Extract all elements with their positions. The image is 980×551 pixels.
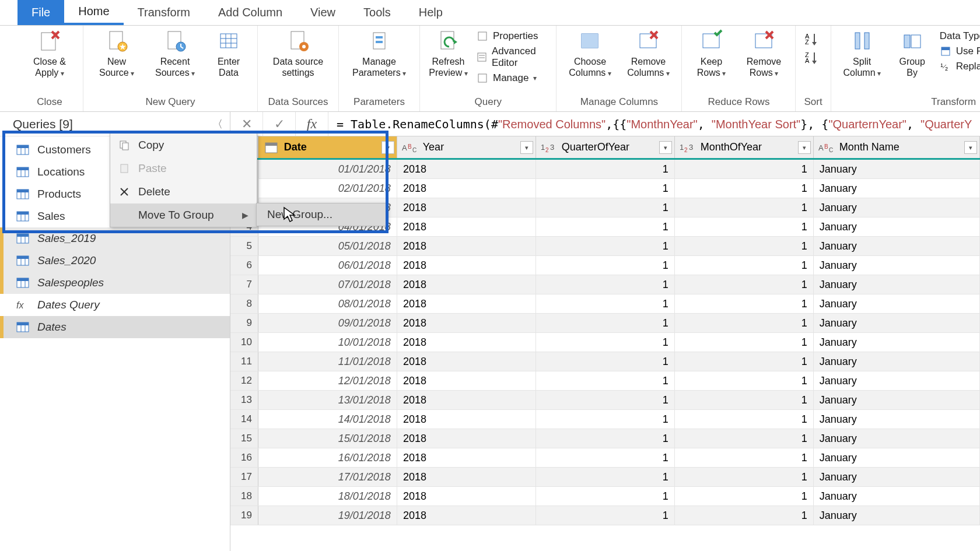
cell-month[interactable]: 1 bbox=[675, 198, 814, 217]
cell-month-name[interactable]: January bbox=[814, 294, 980, 313]
cell-month[interactable]: 1 bbox=[675, 314, 814, 332]
cell-month-name[interactable]: January bbox=[814, 198, 980, 217]
cell-date[interactable]: 12/01/2018 bbox=[258, 371, 397, 390]
choose-columns-button[interactable]: Choose Columns bbox=[565, 28, 615, 78]
cell-month[interactable]: 1 bbox=[675, 179, 814, 198]
cell-month-name[interactable]: January bbox=[814, 410, 980, 429]
cell-quarter[interactable]: 1 bbox=[536, 487, 675, 506]
column-filter-dropdown[interactable]: ▾ bbox=[659, 141, 672, 154]
cell-month-name[interactable]: January bbox=[814, 333, 980, 352]
cell-quarter[interactable]: 1 bbox=[536, 429, 675, 448]
cell-quarter[interactable]: 1 bbox=[536, 371, 675, 390]
cell-month-name[interactable]: January bbox=[814, 448, 980, 467]
row-number[interactable]: 12 bbox=[230, 371, 258, 390]
cell-date[interactable]: 18/01/2018 bbox=[258, 487, 397, 506]
group-by-button[interactable]: Group By bbox=[893, 28, 932, 78]
cell-month-name[interactable]: January bbox=[814, 468, 980, 486]
cell-year[interactable]: 2018 bbox=[397, 352, 536, 371]
cell-date[interactable]: 16/01/2018 bbox=[258, 448, 397, 467]
cell-month-name[interactable]: January bbox=[814, 506, 980, 525]
table-row[interactable]: 707/01/2018201811January bbox=[230, 275, 980, 294]
properties-button[interactable]: Properties bbox=[477, 30, 548, 42]
cell-month-name[interactable]: January bbox=[814, 352, 980, 371]
context-delete[interactable]: Delete bbox=[110, 180, 257, 203]
cell-date[interactable]: 08/01/2018 bbox=[258, 294, 397, 313]
cell-year[interactable]: 2018 bbox=[397, 198, 536, 217]
cell-year[interactable]: 2018 bbox=[397, 217, 536, 236]
replace-values-button[interactable]: 12 Replace Values bbox=[940, 61, 980, 72]
cell-month-name[interactable]: January bbox=[814, 275, 980, 294]
tab-transform[interactable]: Transform bbox=[124, 0, 204, 25]
formula-fx-button[interactable]: fx bbox=[296, 112, 328, 136]
cell-month[interactable]: 1 bbox=[675, 294, 814, 313]
submenu-new-group[interactable]: New Group... bbox=[256, 203, 387, 226]
cell-year[interactable]: 2018 bbox=[397, 468, 536, 486]
cell-month[interactable]: 1 bbox=[675, 371, 814, 390]
cell-quarter[interactable]: 1 bbox=[536, 506, 675, 525]
row-number[interactable]: 7 bbox=[230, 275, 258, 294]
table-row[interactable]: 505/01/2018201811January bbox=[230, 237, 980, 256]
table-row[interactable]: 1010/01/2018201811January bbox=[230, 333, 980, 352]
cell-quarter[interactable]: 1 bbox=[536, 275, 675, 294]
collapse-queries-icon[interactable]: 〈 bbox=[212, 117, 223, 131]
tab-file[interactable]: File bbox=[18, 0, 64, 25]
cell-year[interactable]: 2018 bbox=[397, 275, 536, 294]
cell-date[interactable]: 19/01/2018 bbox=[258, 506, 397, 525]
row-number[interactable]: 18 bbox=[230, 487, 258, 506]
cell-month-name[interactable]: January bbox=[814, 237, 980, 255]
new-source-button[interactable]: ★ New Source bbox=[92, 28, 142, 78]
cell-year[interactable]: 2018 bbox=[397, 160, 536, 178]
cell-month[interactable]: 1 bbox=[675, 487, 814, 506]
cell-month-name[interactable]: January bbox=[814, 179, 980, 198]
column-header-date[interactable]: Date▾ bbox=[258, 136, 397, 158]
row-number[interactable]: 11 bbox=[230, 352, 258, 371]
row-number[interactable]: 6 bbox=[230, 256, 258, 275]
cell-date[interactable]: 15/01/2018 bbox=[258, 429, 397, 448]
cell-year[interactable]: 2018 bbox=[397, 314, 536, 332]
use-first-row-button[interactable]: Use First Row as Heade bbox=[940, 45, 980, 57]
table-row[interactable]: 1919/01/2018201811January bbox=[230, 506, 980, 525]
row-number[interactable]: 10 bbox=[230, 333, 258, 352]
advanced-editor-button[interactable]: Advanced Editor bbox=[477, 45, 548, 69]
cell-quarter[interactable]: 1 bbox=[536, 217, 675, 236]
cell-quarter[interactable]: 1 bbox=[536, 179, 675, 198]
table-row[interactable]: 1515/01/2018201811January bbox=[230, 429, 980, 448]
query-item-dates[interactable]: Dates bbox=[0, 316, 230, 338]
query-item-dates-query[interactable]: fxDates Query bbox=[0, 294, 230, 316]
column-filter-dropdown[interactable]: ▾ bbox=[382, 141, 394, 154]
cell-year[interactable]: 2018 bbox=[397, 429, 536, 448]
query-item-sales-2019[interactable]: Sales_2019 bbox=[0, 227, 230, 250]
cell-month-name[interactable]: January bbox=[814, 217, 980, 236]
sort-desc-button[interactable]: ZA bbox=[804, 50, 820, 64]
formula-commit-button[interactable]: ✓ bbox=[263, 112, 296, 136]
row-number[interactable]: 15 bbox=[230, 429, 258, 448]
cell-quarter[interactable]: 1 bbox=[536, 333, 675, 352]
table-row[interactable]: 101/01/2018201811January bbox=[230, 160, 980, 179]
cell-month[interactable]: 1 bbox=[675, 448, 814, 467]
cell-date[interactable]: 09/01/2018 bbox=[258, 314, 397, 332]
tab-view[interactable]: View bbox=[296, 0, 349, 25]
cell-month-name[interactable]: January bbox=[814, 256, 980, 275]
cell-month-name[interactable]: January bbox=[814, 160, 980, 178]
cell-year[interactable]: 2018 bbox=[397, 487, 536, 506]
tab-help[interactable]: Help bbox=[405, 0, 457, 25]
context-move-to-group[interactable]: Move To Group ▶ bbox=[110, 203, 257, 227]
cell-quarter[interactable]: 1 bbox=[536, 237, 675, 255]
cell-year[interactable]: 2018 bbox=[397, 410, 536, 429]
cell-quarter[interactable]: 1 bbox=[536, 448, 675, 467]
cell-year[interactable]: 2018 bbox=[397, 179, 536, 198]
tab-add-column[interactable]: Add Column bbox=[204, 0, 296, 25]
cell-quarter[interactable]: 1 bbox=[536, 294, 675, 313]
data-source-settings-button[interactable]: Data source settings bbox=[266, 28, 330, 78]
keep-rows-button[interactable]: Keep Rows bbox=[690, 28, 732, 78]
table-row[interactable]: 808/01/2018201811January bbox=[230, 294, 980, 314]
row-number[interactable]: 9 bbox=[230, 314, 258, 332]
cell-month[interactable]: 1 bbox=[675, 256, 814, 275]
cell-date[interactable]: 01/01/2018 bbox=[258, 160, 397, 178]
cell-month[interactable]: 1 bbox=[675, 352, 814, 371]
cell-date[interactable]: 13/01/2018 bbox=[258, 391, 397, 409]
query-item-sales-2020[interactable]: Sales_2020 bbox=[0, 250, 230, 272]
cell-month[interactable]: 1 bbox=[675, 468, 814, 486]
cell-year[interactable]: 2018 bbox=[397, 506, 536, 525]
table-row[interactable]: 1212/01/2018201811January bbox=[230, 371, 980, 391]
